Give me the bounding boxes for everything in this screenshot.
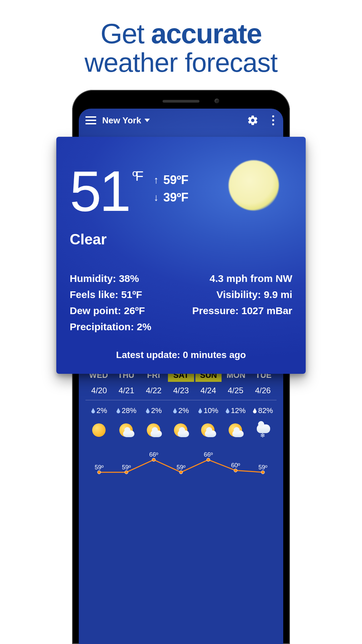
low-temp: 39ºF bbox=[163, 190, 188, 204]
day-precip: 2% bbox=[140, 406, 167, 415]
promo-headline: Get accurate weather forecast bbox=[0, 0, 362, 78]
day-date: 4/22 bbox=[140, 386, 167, 395]
chart-point-label: 59º bbox=[177, 464, 186, 471]
svg-point-1 bbox=[125, 471, 128, 474]
high-temp: 59ºF bbox=[163, 173, 188, 187]
current-temp: 51 ºF bbox=[70, 167, 141, 216]
day-date: 4/25 bbox=[222, 386, 249, 395]
chart-point-label: 59º bbox=[122, 464, 131, 471]
chart-point-label: 59º bbox=[95, 464, 104, 471]
moon-icon bbox=[229, 160, 279, 211]
day-date: 4/26 bbox=[249, 386, 277, 395]
precip-label: Precipitation: bbox=[70, 321, 134, 332]
humidity-value: 38% bbox=[119, 273, 139, 284]
partly-cloudy-icon bbox=[200, 422, 216, 438]
location-selector[interactable]: New York bbox=[102, 115, 150, 126]
svg-point-2 bbox=[152, 458, 156, 461]
overflow-icon[interactable] bbox=[270, 115, 277, 125]
raindrop-icon bbox=[226, 408, 230, 413]
promo-prefix: Get bbox=[101, 18, 151, 49]
partly-cloudy-icon bbox=[173, 422, 189, 438]
raindrop-icon bbox=[91, 408, 95, 413]
arrow-up-icon: ↑ bbox=[154, 174, 159, 186]
svg-point-4 bbox=[206, 458, 210, 461]
day-precip: 2% bbox=[85, 406, 113, 415]
day-precip: 28% bbox=[113, 406, 140, 415]
svg-point-5 bbox=[234, 469, 237, 472]
pressure-value: 1027 mBar bbox=[241, 305, 292, 316]
temp-value: 51 bbox=[70, 167, 129, 216]
menu-icon[interactable] bbox=[85, 116, 96, 124]
svg-point-3 bbox=[179, 471, 183, 474]
day-date: 4/24 bbox=[195, 386, 222, 395]
promo-bold: accurate bbox=[151, 18, 262, 49]
pressure-label: Pressure: bbox=[192, 305, 238, 316]
chart-point-label: 66º bbox=[204, 451, 213, 458]
dewpoint-value: 26ºF bbox=[124, 305, 145, 316]
svg-point-0 bbox=[98, 471, 101, 474]
high-temp-chart: 59º59º66º59º66º60º59º bbox=[85, 444, 277, 484]
chart-point-label: 66º bbox=[149, 451, 158, 458]
day-precip: 12% bbox=[222, 406, 249, 415]
condition-text: Clear bbox=[70, 231, 292, 248]
partly-cloudy-icon bbox=[146, 422, 162, 438]
precip-value: 2% bbox=[137, 321, 151, 332]
chart-point-label: 60º bbox=[231, 462, 240, 469]
day-precip: 10% bbox=[195, 406, 222, 415]
day-date: 4/20 bbox=[85, 386, 113, 395]
dropdown-icon bbox=[144, 119, 150, 122]
current-weather-card: 51 ºF ↑59ºF ↓39ºF Clear Humidity: 38% Fe… bbox=[56, 137, 306, 374]
dewpoint-label: Dew point: bbox=[70, 305, 121, 316]
divider bbox=[85, 400, 277, 400]
visibility-label: Visibility: bbox=[217, 289, 261, 300]
partly-cloudy-icon bbox=[228, 422, 244, 438]
location-label: New York bbox=[102, 115, 141, 126]
day-precip: 82% bbox=[249, 406, 277, 415]
chart-point-label: 59º bbox=[258, 464, 267, 471]
day-precip: 2% bbox=[167, 406, 194, 415]
wind-value: 4.3 mph from NW bbox=[192, 271, 292, 287]
settings-icon[interactable] bbox=[247, 115, 258, 126]
stats-left: Humidity: 38% Feels like: 51ºF Dew point… bbox=[70, 271, 151, 335]
raindrop-icon bbox=[146, 408, 150, 413]
feelslike-label: Feels like: bbox=[70, 289, 118, 300]
raindrop-icon bbox=[198, 408, 202, 413]
last-update: Latest update: 0 minutes ago bbox=[70, 350, 292, 360]
svg-point-6 bbox=[261, 471, 264, 474]
raindrop-icon bbox=[173, 408, 177, 413]
humidity-label: Humidity: bbox=[70, 273, 116, 284]
partly-cloudy-icon bbox=[118, 422, 134, 438]
feelslike-value: 51ºF bbox=[121, 289, 142, 300]
promo-subtitle: weather forecast bbox=[0, 47, 362, 78]
day-date: 4/21 bbox=[113, 386, 140, 395]
app-bar: New York bbox=[79, 109, 283, 132]
snow-icon: ❄ bbox=[255, 422, 271, 438]
raindrop-icon bbox=[116, 408, 120, 413]
hi-lo: ↑59ºF ↓39ºF bbox=[154, 170, 188, 208]
sun-icon bbox=[91, 422, 107, 438]
temp-unit: ºF bbox=[132, 170, 141, 216]
arrow-down-icon: ↓ bbox=[154, 192, 159, 203]
stats-right: 4.3 mph from NW Visibility: 9.9 mi Press… bbox=[192, 271, 292, 335]
visibility-value: 9.9 mi bbox=[264, 289, 292, 300]
day-date: 4/23 bbox=[167, 386, 194, 395]
raindrop-icon bbox=[253, 408, 257, 413]
